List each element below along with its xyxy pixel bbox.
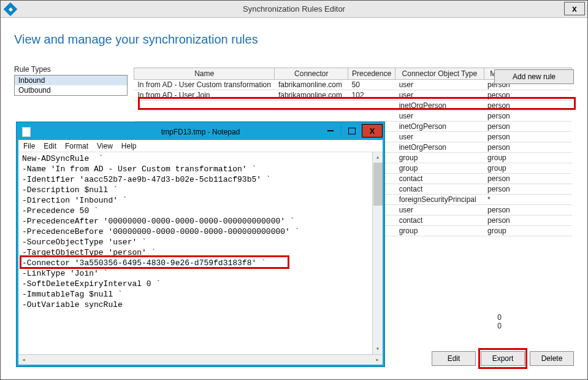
- cell-cot: user: [395, 80, 484, 90]
- menu-view[interactable]: View: [97, 142, 113, 150]
- notepad-maximize-button[interactable]: [341, 124, 362, 138]
- cell-mot: person: [484, 132, 571, 142]
- cell-cot: user: [395, 132, 484, 142]
- action-buttons: Edit Export Delete: [432, 351, 574, 366]
- rule-types-label: Rule Types: [14, 65, 128, 74]
- scroll-down-icon[interactable]: ▾: [373, 344, 383, 354]
- col-precedence[interactable]: Precedence: [348, 68, 395, 80]
- cell-name: [134, 101, 275, 111]
- notepad-content: New-ADSyncRule ` -Name 'In from AD - Use…: [22, 154, 299, 309]
- table-row[interactable]: userperson: [134, 111, 572, 122]
- cell-mot: group: [484, 153, 571, 163]
- cell-mot: person: [484, 184, 571, 195]
- cell-connector: fabrikamonline.com: [275, 90, 348, 101]
- scroll-right-icon[interactable]: ▸: [372, 355, 383, 365]
- edit-button[interactable]: Edit: [432, 351, 476, 366]
- rule-type-inbound[interactable]: Inbound: [15, 76, 127, 85]
- add-new-rule-button[interactable]: Add new rule: [494, 69, 574, 84]
- cell-cot: group: [395, 163, 484, 174]
- export-button[interactable]: Export: [481, 351, 525, 366]
- delete-button[interactable]: Delete: [530, 351, 574, 366]
- cell-mot: group: [484, 163, 571, 174]
- page-title: View and manage your synchronization rul…: [14, 33, 574, 47]
- cell-cot: contact: [395, 184, 484, 195]
- notepad-menu: File Edit Format View Help: [18, 140, 383, 152]
- cell-mot: *: [484, 195, 571, 205]
- cell-mot: person: [484, 174, 571, 184]
- col-name[interactable]: Name: [134, 68, 275, 80]
- cell-mot: person: [484, 142, 571, 153]
- cell-name: In from AD - User Join: [134, 90, 275, 101]
- cell-connector: [275, 101, 348, 111]
- notepad-titlebar[interactable]: tmpFD13.tmp - Notepad X: [18, 124, 383, 140]
- menu-help[interactable]: Help: [121, 142, 137, 150]
- table-row[interactable]: inetOrgPersonperson: [134, 101, 572, 111]
- counts: 0 0: [497, 313, 502, 330]
- cell-cot: user: [395, 90, 484, 101]
- table-row[interactable]: In from AD - User Joinfabrikamonline.com…: [134, 90, 572, 101]
- cell-cot: group: [395, 226, 484, 236]
- cell-cot: user: [395, 111, 484, 122]
- window-close-button[interactable]: x: [564, 2, 585, 15]
- cell-mot: group: [484, 226, 571, 236]
- cell-precedence: 50: [348, 80, 395, 90]
- notepad-window[interactable]: tmpFD13.tmp - Notepad X File Edit Format…: [17, 122, 384, 366]
- notepad-text-area[interactable]: New-ADSyncRule ` -Name 'In from AD - Use…: [18, 152, 383, 365]
- col-connector[interactable]: Connector: [275, 68, 348, 80]
- notepad-hscrollbar[interactable]: ◂ ▸: [18, 354, 383, 365]
- cell-mot: person: [484, 111, 571, 122]
- cell-cot: group: [395, 153, 484, 163]
- cell-mot: person: [484, 205, 571, 215]
- cell-name: [134, 111, 275, 122]
- cell-cot: inetOrgPerson: [395, 101, 484, 111]
- menu-format[interactable]: Format: [65, 142, 88, 150]
- cell-cot: user: [395, 205, 484, 215]
- cell-cot: foreignSecurityPrincipal: [395, 195, 484, 205]
- count-a: 0: [497, 313, 502, 322]
- col-cot[interactable]: Connector Object Type: [395, 68, 484, 80]
- cell-name: In from AD - User Custom transformation: [134, 80, 275, 90]
- cell-cot: inetOrgPerson: [395, 122, 484, 132]
- menu-file[interactable]: File: [23, 142, 35, 150]
- notepad-close-button[interactable]: X: [362, 124, 383, 138]
- window-title: Synchronization Rules Editor: [1, 4, 587, 14]
- scroll-thumb[interactable]: [373, 163, 383, 206]
- scroll-up-icon[interactable]: ▴: [373, 152, 383, 163]
- close-icon: x: [572, 4, 577, 14]
- main-titlebar: ◆ Synchronization Rules Editor x: [1, 1, 587, 18]
- cell-precedence: 102: [348, 90, 395, 101]
- cell-connector: fabrikamonline.com: [275, 80, 348, 90]
- rule-type-outbound[interactable]: Outbound: [15, 85, 127, 95]
- close-icon: X: [370, 126, 375, 136]
- cell-mot: person: [484, 101, 571, 111]
- cell-mot: person: [484, 122, 571, 132]
- notepad-vscrollbar[interactable]: ▴ ▾: [372, 152, 383, 354]
- cell-cot: contact: [395, 174, 484, 184]
- notepad-minimize-button[interactable]: [320, 124, 341, 138]
- count-b: 0: [497, 322, 502, 330]
- cell-cot: inetOrgPerson: [395, 142, 484, 153]
- cell-precedence: [348, 101, 395, 111]
- scroll-left-icon[interactable]: ◂: [18, 355, 29, 365]
- cell-precedence: [348, 111, 395, 122]
- cell-connector: [275, 111, 348, 122]
- cell-mot: person: [484, 90, 571, 101]
- cell-mot: person: [484, 215, 571, 226]
- menu-edit[interactable]: Edit: [44, 142, 56, 150]
- rule-types-list[interactable]: Inbound Outbound: [14, 75, 128, 96]
- cell-cot: contact: [395, 215, 484, 226]
